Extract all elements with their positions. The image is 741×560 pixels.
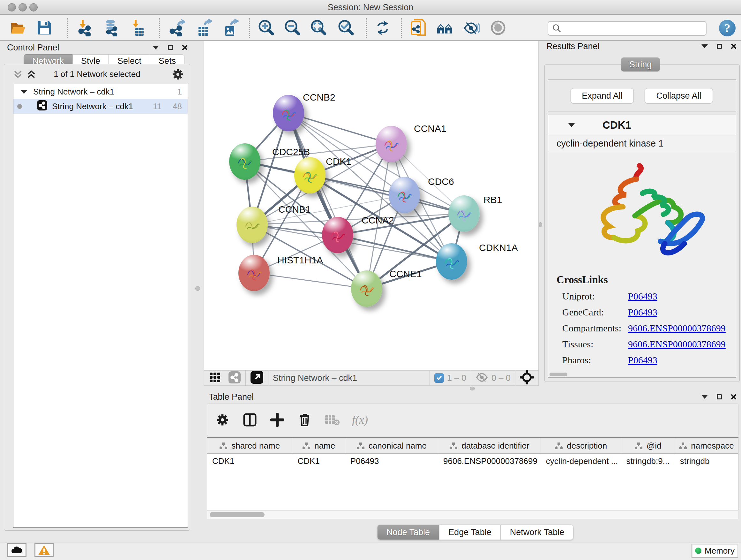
network-node-RB1[interactable] bbox=[448, 195, 480, 232]
import-network-from-database-icon[interactable] bbox=[102, 19, 119, 37]
table-toolbar: f(x) bbox=[207, 403, 738, 436]
open-in-string-web-icon[interactable] bbox=[410, 19, 427, 37]
collapse-all-button[interactable]: Collapse All bbox=[645, 88, 713, 104]
crosslink-link[interactable]: P06493 bbox=[628, 307, 657, 318]
tab-edge-table[interactable]: Edge Table bbox=[439, 524, 501, 540]
left-splitter-handle[interactable] bbox=[195, 286, 200, 291]
expand-all-button[interactable]: Expand All bbox=[570, 88, 634, 104]
table-horizontal-scrollbar bbox=[207, 510, 738, 519]
network-node-CCNB2[interactable] bbox=[273, 95, 304, 131]
network-node-CDK1[interactable] bbox=[294, 157, 326, 193]
gear-icon[interactable] bbox=[172, 68, 184, 82]
tab-node-table[interactable]: Node Table bbox=[377, 524, 439, 540]
protein-result-box: CDK1 cyclin-dependent kinase 1 CrossLink… bbox=[548, 115, 736, 378]
network-node-CCNA2[interactable] bbox=[322, 217, 353, 253]
clear-table-icon[interactable] bbox=[325, 412, 340, 428]
columns-icon[interactable] bbox=[242, 412, 258, 428]
network-collection-row[interactable]: String Network – cdk1 1 bbox=[13, 84, 188, 99]
fit-crosshair-icon[interactable] bbox=[520, 370, 534, 386]
separator bbox=[429, 371, 430, 385]
selected-checkbox[interactable] bbox=[434, 373, 444, 383]
grid-view-icon[interactable] bbox=[209, 371, 221, 385]
network-node-CDC25B[interactable] bbox=[229, 143, 260, 180]
column-header-canonical-name[interactable]: canonical name bbox=[345, 438, 438, 453]
results-horizontal-scrollbar[interactable] bbox=[549, 373, 567, 376]
panel-float-icon[interactable] bbox=[717, 394, 722, 399]
panel-menu-icon[interactable] bbox=[152, 46, 159, 50]
column-header--id[interactable]: @id bbox=[621, 438, 675, 453]
cloud-icon bbox=[10, 546, 23, 555]
crosslink-link[interactable]: P06493 bbox=[628, 291, 657, 302]
zoom-in-icon[interactable] bbox=[258, 19, 275, 37]
network-row-selected[interactable]: String Network – cdk1 11 48 bbox=[13, 99, 188, 114]
hidden-eye-icon[interactable] bbox=[475, 372, 488, 384]
export-table-icon[interactable] bbox=[195, 19, 212, 37]
delete-column-icon[interactable] bbox=[297, 412, 313, 428]
string-labels-eye-icon[interactable] bbox=[463, 19, 480, 37]
tab-network-table[interactable]: Network Table bbox=[501, 524, 574, 540]
node-count: 11 bbox=[153, 102, 161, 111]
open-session-icon[interactable] bbox=[10, 19, 27, 37]
node-table: shared namenamecanonical namedatabase id… bbox=[207, 437, 738, 510]
column-header-description[interactable]: description bbox=[541, 438, 621, 453]
import-network-from-file-icon[interactable] bbox=[76, 19, 93, 37]
main-toolbar: ? bbox=[0, 15, 741, 41]
panel-float-icon[interactable] bbox=[717, 44, 722, 49]
birdseye-icon[interactable] bbox=[250, 371, 264, 385]
tab-string[interactable]: String bbox=[621, 57, 660, 71]
table-cell: stringdb bbox=[675, 456, 738, 466]
share-view-icon[interactable] bbox=[228, 371, 241, 385]
crosslink-link[interactable]: 9606.ENSP00000378699 bbox=[628, 339, 726, 350]
save-session-icon[interactable] bbox=[36, 19, 53, 37]
table-row[interactable]: CDK1CDK1P064939606.ENSP00000378699cyclin… bbox=[207, 454, 738, 469]
network-node-CDKN1A[interactable] bbox=[436, 243, 467, 280]
gear-icon[interactable] bbox=[215, 412, 230, 428]
table-cell: cyclin-dependent ... bbox=[541, 456, 621, 466]
refresh-icon[interactable] bbox=[374, 19, 391, 37]
zoom-out-icon[interactable] bbox=[284, 19, 301, 37]
horizontal-splitter-handle[interactable] bbox=[470, 387, 475, 390]
memory-button[interactable]: Memory bbox=[691, 544, 738, 558]
cloud-button[interactable] bbox=[7, 543, 26, 557]
string-results-container: Expand All Collapse All CDK1 cyclin-depe… bbox=[544, 64, 740, 382]
warning-button[interactable] bbox=[35, 543, 54, 557]
add-column-icon[interactable] bbox=[270, 412, 285, 428]
column-header-namespace[interactable]: namespace bbox=[675, 438, 738, 453]
glass-ball-effect-icon[interactable] bbox=[489, 19, 507, 37]
panel-close-icon[interactable] bbox=[182, 45, 188, 51]
protein-header-row[interactable]: CDK1 bbox=[548, 115, 736, 135]
network-selection-status: 1 of 1 Network selected bbox=[4, 69, 190, 79]
import-table-from-file-icon[interactable] bbox=[129, 19, 146, 37]
string-confidence-houses-icon[interactable] bbox=[436, 19, 453, 37]
panel-close-icon[interactable] bbox=[731, 394, 737, 400]
panel-menu-icon[interactable] bbox=[701, 44, 708, 48]
collection-label: String Network – cdk1 bbox=[33, 87, 114, 97]
crosslink-link[interactable]: P06493 bbox=[628, 355, 657, 366]
help-button[interactable]: ? bbox=[719, 20, 736, 37]
export-network-icon[interactable] bbox=[168, 19, 185, 37]
scrollbar-thumb[interactable] bbox=[210, 512, 265, 517]
search-input[interactable] bbox=[562, 22, 706, 35]
column-header-name[interactable]: name bbox=[292, 438, 345, 453]
column-header-database-identifier[interactable]: database identifier bbox=[438, 438, 541, 453]
network-node-CCNE1[interactable] bbox=[351, 270, 382, 307]
right-splitter-handle[interactable] bbox=[539, 222, 542, 227]
table-header-row: shared namenamecanonical namedatabase id… bbox=[207, 438, 738, 454]
zoom-fit-icon[interactable] bbox=[310, 19, 327, 37]
network-view-canvas[interactable]: CCNB2CCNA1CDC25BCDK1CDC6RB1CCNB1CCNA2CDK… bbox=[204, 41, 539, 370]
expand-collapse-box: Expand All Collapse All bbox=[548, 79, 736, 111]
crosslink-link[interactable]: 9606.ENSP00000378699 bbox=[628, 323, 726, 334]
column-header-shared-name[interactable]: shared name bbox=[207, 438, 292, 453]
column-type-icon bbox=[555, 442, 563, 450]
panel-menu-icon[interactable] bbox=[701, 395, 708, 399]
network-node-CDC6[interactable] bbox=[389, 177, 420, 213]
protein-thumbnail-icon bbox=[356, 278, 377, 299]
zoom-selected-icon[interactable] bbox=[338, 19, 355, 37]
network-node-CCNA1[interactable] bbox=[376, 126, 407, 162]
network-node-HIST1H1A[interactable] bbox=[239, 255, 270, 291]
export-image-icon[interactable] bbox=[221, 19, 239, 37]
panel-close-icon[interactable] bbox=[731, 44, 737, 49]
panel-float-icon[interactable] bbox=[168, 45, 173, 50]
network-node-CCNB1[interactable] bbox=[237, 206, 268, 243]
node-label-CCNA1: CCNA1 bbox=[414, 123, 447, 134]
